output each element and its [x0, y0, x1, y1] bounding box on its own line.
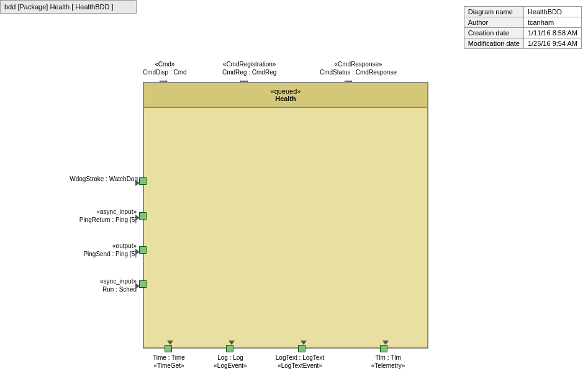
title-text: bdd [Package] Health [ HealthBDD ] — [4, 3, 113, 11]
port-time[interactable] — [165, 345, 172, 352]
port-run[interactable] — [139, 280, 147, 288]
left-port-label-run: «sync_input» Run : Sched — [59, 277, 137, 293]
title-bar: bdd [Package] Health [ HealthBDD ] — [0, 0, 137, 14]
arrow-logtext — [301, 341, 307, 345]
arrow-pingreturn — [135, 215, 140, 221]
arrow-wdog — [135, 180, 140, 186]
health-header: «queued» Health — [144, 83, 427, 108]
left-port-label-pingreturn: «async_input» PingReturn : Ping [5] — [47, 208, 137, 224]
bottom-port-label-time: Time : Time «TimeGet» — [147, 354, 191, 370]
port-pingreturn[interactable] — [139, 212, 147, 220]
left-port-label-pingsend: «output» PingSend : Ping [5] — [47, 242, 137, 258]
port-wdog[interactable] — [139, 177, 147, 185]
bottom-port-label-log: Log : Log «LogEvent» — [209, 354, 252, 370]
bottom-port-label-logtext: LogText : LogText «LogTextEvent» — [272, 354, 328, 370]
port-log[interactable] — [226, 345, 233, 352]
left-port-label-wdog: WdogStroke : WatchDog — [32, 175, 138, 183]
arrow-tlm — [382, 341, 389, 345]
port-pingsend[interactable] — [139, 246, 147, 254]
arrow-run — [135, 283, 140, 289]
bottom-port-label-tlm: Tlm : Tlm «Telemetry» — [366, 354, 410, 370]
health-stereotype: «queued» — [271, 87, 301, 95]
arrow-log — [228, 341, 235, 345]
arrow-time — [167, 341, 173, 345]
health-block: «queued» Health — [143, 82, 428, 349]
health-name: Health — [275, 95, 296, 102]
top-port-label-cmddisp: «Cmd» CmdDisp : Cmd — [143, 60, 187, 76]
port-logtext[interactable] — [298, 345, 305, 352]
diagram-area: «Cmd» CmdDisp : Cmd «CmdRegistration» Cm… — [0, 14, 588, 379]
top-port-label-cmdreg: «CmdRegistration» CmdReg : CmdReg — [222, 60, 276, 76]
top-port-label-cmdstatus: «CmdResponse» CmdStatus : CmdResponse — [320, 60, 397, 76]
port-tlm[interactable] — [380, 345, 387, 352]
arrow-pingsend — [135, 249, 140, 255]
